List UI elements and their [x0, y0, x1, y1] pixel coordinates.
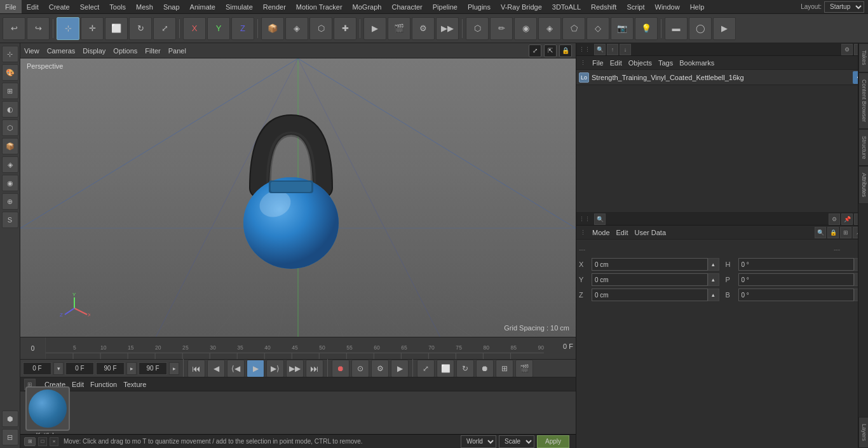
- menu-snap[interactable]: Snap: [158, 0, 185, 13]
- object-mode-button[interactable]: 📦: [261, 17, 284, 40]
- status-close-btn[interactable]: ×: [50, 437, 58, 446]
- attr-search-btn[interactable]: 🔍: [594, 214, 606, 225]
- render-active-button[interactable]: ▶: [363, 17, 386, 40]
- menu-simulate[interactable]: Simulate: [220, 0, 258, 13]
- menu-window[interactable]: Window: [650, 0, 685, 13]
- deformer-button[interactable]: ⬠: [562, 17, 585, 40]
- menu-mesh[interactable]: Mesh: [131, 0, 158, 13]
- menu-vray[interactable]: V-Ray Bridge: [496, 0, 547, 13]
- coord-z-input[interactable]: [592, 288, 708, 301]
- view-menu[interactable]: View: [24, 47, 39, 55]
- poly-mode-button[interactable]: ◈: [285, 17, 308, 40]
- menu-character[interactable]: Character: [386, 0, 427, 13]
- attr-btn1[interactable]: 🔍: [815, 227, 826, 238]
- coord-h-input[interactable]: [738, 258, 855, 271]
- menu-3dtoall[interactable]: 3DToALL: [547, 0, 586, 13]
- attr-mode-menu[interactable]: Mode: [592, 229, 610, 236]
- obj-objects-menu[interactable]: Objects: [628, 59, 652, 67]
- menu-tools[interactable]: Tools: [104, 0, 131, 13]
- coord-y-stepper[interactable]: ▴: [708, 273, 719, 286]
- material-button[interactable]: ◯: [689, 17, 712, 40]
- prev-key-btn[interactable]: ⟨◀: [227, 360, 245, 377]
- camera-button[interactable]: 📷: [611, 17, 634, 40]
- coord-b-input[interactable]: [738, 288, 855, 301]
- menu-create[interactable]: Create: [44, 0, 75, 13]
- redo-button[interactable]: ↪: [27, 17, 50, 40]
- obj-mgr-collapse-btn[interactable]: ↑: [607, 44, 618, 55]
- y-axis-button[interactable]: Y: [207, 17, 230, 40]
- mat-function-menu[interactable]: Function: [90, 381, 117, 388]
- obj-tags-menu[interactable]: Tags: [658, 59, 673, 67]
- lt-paint-btn[interactable]: 🎨: [2, 64, 18, 81]
- mat-edit-menu[interactable]: Edit: [72, 381, 84, 388]
- lt-obj-btn[interactable]: 📦: [2, 138, 18, 154]
- vp-ctrl-arrows[interactable]: ⇱: [544, 44, 557, 57]
- render-settings-button[interactable]: ⚙: [412, 17, 435, 40]
- key-settings-btn[interactable]: ⚙: [371, 360, 389, 377]
- light-button[interactable]: 💡: [635, 17, 658, 40]
- jump-end-btn[interactable]: ⏭: [306, 360, 323, 377]
- attr-userdata-menu[interactable]: User Data: [635, 229, 667, 236]
- viewport[interactable]: Perspective: [20, 58, 576, 337]
- attr-settings-btn[interactable]: ⚙: [829, 214, 840, 225]
- transform-tool-button[interactable]: ⤢: [153, 17, 176, 40]
- tab-structure[interactable]: Structure: [858, 129, 868, 166]
- status-mode-btn[interactable]: □: [38, 437, 47, 446]
- obj-edit-menu[interactable]: Edit: [610, 59, 622, 67]
- obj-mgr-object-row[interactable]: Lo Strength_Training_Vinyl_Coated_Kettle…: [576, 70, 868, 85]
- jump-start-btn[interactable]: ⏮: [187, 360, 205, 377]
- record2-btn[interactable]: ⏺: [476, 360, 494, 377]
- auto-key-btn[interactable]: ⊙: [351, 360, 369, 377]
- vp-ctrl-maximize[interactable]: ⤢: [529, 44, 541, 57]
- current-frame-input[interactable]: [23, 362, 51, 375]
- lt-s-btn[interactable]: S: [2, 212, 18, 228]
- scale-tool-button[interactable]: ⬜: [105, 17, 128, 40]
- loop-btn[interactable]: ↻: [456, 360, 474, 377]
- panel-menu[interactable]: Panel: [168, 47, 186, 55]
- menu-edit[interactable]: Edit: [22, 0, 44, 13]
- attr-edit-menu[interactable]: Edit: [616, 229, 628, 236]
- coord-x-stepper[interactable]: ▴: [708, 258, 719, 271]
- layout-select[interactable]: Startup: [824, 1, 864, 13]
- vp-ctrl-lock[interactable]: 🔒: [559, 44, 572, 57]
- menu-script[interactable]: Script: [621, 0, 649, 13]
- tab-content-browser[interactable]: Content Browser: [858, 72, 868, 129]
- menu-render[interactable]: Render: [258, 0, 291, 13]
- grid-btn[interactable]: ⊞: [496, 360, 513, 377]
- tab-layers[interactable]: Layers: [858, 417, 868, 448]
- menu-plugins[interactable]: Plugins: [463, 0, 496, 13]
- material-preview[interactable]: Kettlebe: [23, 384, 72, 442]
- record-btn[interactable]: ⏺: [332, 360, 349, 377]
- render-region-button[interactable]: ▶▶: [436, 17, 459, 40]
- attr-pin-btn[interactable]: 📌: [841, 214, 853, 225]
- attr-btn3[interactable]: ⊞: [840, 227, 851, 238]
- lt-axis-btn[interactable]: ⊕: [2, 193, 18, 210]
- select-tool-button[interactable]: ⊹: [57, 17, 79, 40]
- apply-button[interactable]: Apply: [537, 435, 569, 448]
- render-picture-button[interactable]: 🎬: [388, 17, 410, 40]
- preview-end-up-btn[interactable]: ▸: [169, 362, 179, 375]
- boole-button[interactable]: ◉: [514, 17, 537, 40]
- x-axis-button[interactable]: X: [183, 17, 206, 40]
- lt-polygon-btn[interactable]: ⬡: [2, 119, 18, 136]
- obj-mgr-search-btn[interactable]: 🔍: [594, 44, 606, 55]
- menu-motion-tracker[interactable]: Motion Tracker: [291, 0, 348, 13]
- end-frame-input[interactable]: [96, 362, 125, 375]
- rotate-tool-button[interactable]: ↻: [129, 17, 152, 40]
- add-object-button[interactable]: ✚: [334, 17, 356, 40]
- display-menu[interactable]: Display: [83, 47, 105, 55]
- next-frame-btn[interactable]: ▶▶: [286, 360, 304, 377]
- menu-file[interactable]: File: [0, 0, 22, 13]
- menu-redshift[interactable]: Redshift: [586, 0, 621, 13]
- timeline-ruler[interactable]: 0 5 10 15 20 25 30 35 4: [20, 337, 576, 359]
- filter-menu[interactable]: Filter: [145, 47, 160, 55]
- play-btn[interactable]: ▶: [247, 360, 264, 377]
- spline-mode-button[interactable]: ⬡: [309, 17, 332, 40]
- coord-x-input[interactable]: [592, 258, 708, 271]
- preview-end-input[interactable]: [139, 362, 167, 375]
- obj-mgr-settings-btn[interactable]: ⚙: [841, 44, 853, 55]
- lt-snap-btn[interactable]: ◉: [2, 175, 18, 191]
- move-tool-button[interactable]: ✛: [81, 17, 104, 40]
- floor-button[interactable]: ▬: [665, 17, 688, 40]
- lt-sculpt-btn[interactable]: ◈: [2, 156, 18, 173]
